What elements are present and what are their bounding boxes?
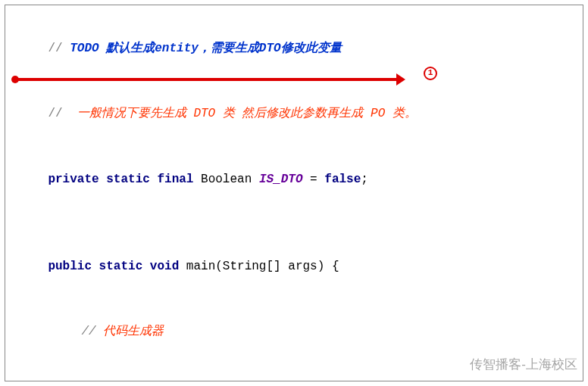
- code-editor: // TODO 默认生成entity，需要生成DTO修改此变量 // 一般情况下…: [5, 5, 583, 381]
- comment-slash: //: [48, 42, 62, 55]
- code-line-2: // 一般情况下要先生成 DTO 类 然后修改此参数再生成 PO 类。: [19, 81, 569, 146]
- todo-text: 默认生成entity，需要生成DTO修改此变量: [106, 42, 341, 55]
- annotation-circle-1: 1: [424, 67, 437, 80]
- annotation-number: 1: [428, 66, 433, 81]
- code-line-1: // TODO 默认生成entity，需要生成DTO修改此变量: [19, 16, 569, 81]
- keyword-public: public: [48, 260, 92, 273]
- keyword-static: static: [99, 173, 150, 186]
- comment-text: 一般情况下要先生成 DTO 类 然后修改此参数再生成 PO 类。: [63, 107, 417, 120]
- type-boolean: Boolean: [193, 173, 258, 186]
- keyword-false: false: [324, 173, 361, 186]
- comment-slash: //: [81, 325, 103, 338]
- todo-keyword: TODO: [63, 42, 107, 55]
- field-is-dto: IS_DTO: [259, 173, 303, 186]
- keyword-void: void: [142, 260, 179, 273]
- keyword-static: static: [92, 260, 142, 273]
- highlight-underline-arrow: [14, 78, 401, 81]
- code-line-comment-gen: // 代码生成器: [19, 299, 569, 364]
- equals: =: [302, 173, 324, 186]
- code-line-3: private static final Boolean IS_DTO = fa…: [19, 147, 569, 212]
- semicolon: ;: [361, 173, 368, 186]
- code-line-autogen: AutoGenerator mpg = new AutoGenerator();: [19, 365, 569, 386]
- comment-text: 代码生成器: [103, 325, 164, 338]
- code-line-main-decl: public static void main(String[] args) {: [19, 234, 569, 299]
- keyword-private: private: [48, 173, 99, 186]
- keyword-final: final: [150, 173, 194, 186]
- blank-line: [19, 212, 569, 234]
- comment-slash: //: [48, 107, 62, 120]
- main-signature: main(String[] args) {: [179, 260, 339, 273]
